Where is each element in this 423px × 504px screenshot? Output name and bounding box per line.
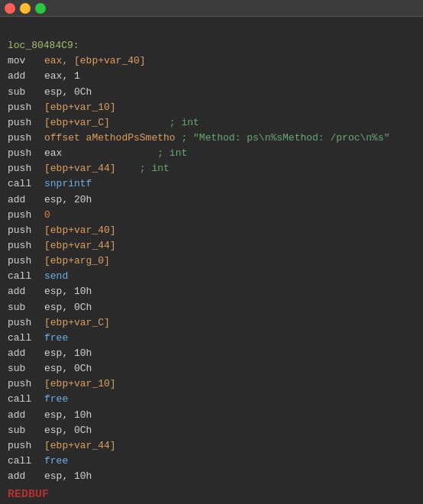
instr-push-5: push [ebp+var_44] ; int (8, 161, 415, 176)
title-bar (0, 0, 423, 17)
mnemonic: add (8, 284, 44, 299)
instr-push-11: push [ebp+var_44] (8, 438, 415, 454)
mnemonic: push (8, 315, 44, 331)
comment: ; int (110, 115, 199, 131)
mnemonic: push (8, 161, 44, 176)
operands: esp, 0Ch (44, 300, 92, 315)
operands: [ebp+var_C] (44, 115, 110, 131)
comment: ; int (62, 146, 187, 161)
instr-push-2: push [ebp+var_C] ; int (8, 115, 415, 131)
instr-add-4: add esp, 10h (8, 346, 415, 361)
mnemonic: push (8, 238, 44, 254)
instr-call-free-2: call free (8, 392, 415, 407)
instr-push-6: push [ebp+var_40] (8, 223, 415, 238)
operands: 0 (44, 208, 50, 223)
operands: esp, 0Ch (44, 423, 92, 438)
mnemonic: call (8, 454, 44, 469)
comment: ; "Method: ps\n%sMethod: /proc\n%s" (176, 131, 390, 146)
operands: [ebp+arg_0] (44, 254, 110, 269)
instr-sub-2: sub esp, 0Ch (8, 300, 415, 315)
mnemonic: push (8, 115, 44, 131)
instr-call-send: call send (8, 269, 415, 284)
mnemonic: call (8, 331, 44, 346)
instr-push-7: push [ebp+var_44] (8, 238, 415, 254)
instr-push-9: push [ebp+var_C] (8, 315, 415, 331)
operands: eax (44, 146, 62, 161)
mnemonic: push (8, 223, 44, 238)
operands: [ebp+var_10] (44, 376, 116, 392)
operands: [ebp+var_10] (44, 100, 116, 115)
mnemonic: call (8, 392, 44, 407)
mnemonic: add (8, 469, 44, 484)
operands: [ebp+var_44] (44, 238, 116, 254)
mnemonic: push (8, 254, 44, 269)
operands: offset aMethodPsSmetho (44, 131, 176, 146)
operands: esp, 10h (44, 469, 92, 484)
minimize-button[interactable] (20, 3, 31, 14)
operands: [ebp+var_40] (44, 223, 116, 238)
mnemonic: add (8, 408, 44, 423)
watermark: REDBUF (8, 488, 49, 501)
instr-call-free-3: call free (8, 454, 415, 469)
operands: eax, 1 (44, 69, 80, 84)
call-target: snprintf (44, 176, 92, 192)
close-button[interactable] (5, 3, 15, 14)
mnemonic: push (8, 376, 44, 392)
operands: eax, [ebp+var_40] (44, 53, 146, 69)
instr-push-8: push [ebp+arg_0] (8, 254, 415, 269)
call-target: send (44, 269, 68, 284)
mnemonic: sub (8, 300, 44, 315)
instr-push-3: push offset aMethodPsSmetho ; "Method: p… (8, 131, 415, 146)
mnemonic: sub (8, 361, 44, 376)
operands: [ebp+var_C] (44, 315, 110, 331)
instr-add-3: add esp, 10h (8, 284, 415, 299)
call-target: free (44, 392, 68, 407)
mnemonic: push (8, 100, 44, 115)
code-area: loc_80484C9: mov eax, [ebp+var_40] add e… (0, 17, 423, 504)
instr-sub-1: sub esp, 0Ch (8, 85, 415, 100)
mnemonic: add (8, 69, 44, 84)
mnemonic: mov (8, 53, 44, 69)
mnemonic: push (8, 438, 44, 454)
instr-add-5: add esp, 10h (8, 408, 415, 423)
mnemonic: sub (8, 85, 44, 100)
operands: esp, 20h (44, 192, 92, 208)
operands: esp, 0Ch (44, 85, 92, 100)
operands: esp, 10h (44, 284, 92, 299)
instr-sub-3: sub esp, 0Ch (8, 361, 415, 376)
operands: esp, 10h (44, 408, 92, 423)
instr-sub-4: sub esp, 0Ch (8, 423, 415, 438)
label-loc: loc_80484C9: (8, 38, 415, 53)
operands: esp, 0Ch (44, 361, 92, 376)
instr-call-free-1: call free (8, 331, 415, 346)
comment: ; int (116, 161, 170, 176)
instr-push-0: push 0 (8, 208, 415, 223)
instr-add-1: add eax, 1 (8, 69, 415, 84)
blank-line-1 (8, 23, 415, 38)
operands: [ebp+var_44] (44, 161, 116, 176)
call-target: free (44, 454, 68, 469)
instr-push-10: push [ebp+var_10] (8, 376, 415, 392)
instr-push-4: push eax ; int (8, 146, 415, 161)
operands: esp, 10h (44, 346, 92, 361)
mnemonic: add (8, 192, 44, 208)
label-text: loc_80484C9: (8, 38, 79, 53)
instr-add-6: add esp, 10h (8, 469, 415, 484)
operands: [ebp+var_44] (44, 438, 116, 454)
mnemonic: add (8, 346, 44, 361)
mnemonic: call (8, 269, 44, 284)
instr-add-2: add esp, 20h (8, 192, 415, 208)
mnemonic: sub (8, 423, 44, 438)
instr-call-snprintf: call snprintf (8, 176, 415, 192)
instr-mov: mov eax, [ebp+var_40] (8, 53, 415, 69)
mnemonic: push (8, 146, 44, 161)
instr-push-1: push [ebp+var_10] (8, 100, 415, 115)
call-target: free (44, 331, 68, 346)
bottom-bar: REDBUF (0, 486, 423, 504)
mnemonic: push (8, 131, 44, 146)
mnemonic: call (8, 176, 44, 192)
mnemonic: push (8, 208, 44, 223)
maximize-button[interactable] (35, 3, 46, 14)
